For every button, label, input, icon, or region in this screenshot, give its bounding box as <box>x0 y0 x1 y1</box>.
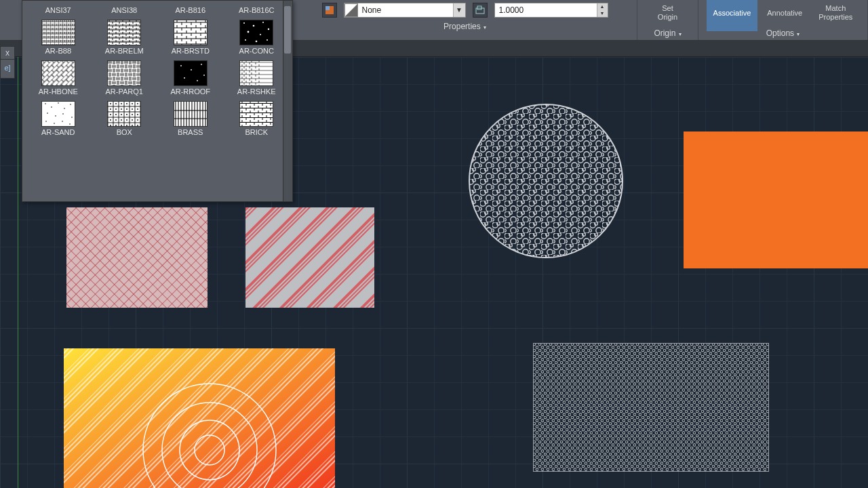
svg-point-103 <box>69 123 71 125</box>
pattern-swatch <box>239 20 273 45</box>
svg-point-78 <box>197 80 198 81</box>
svg-point-53 <box>248 31 250 33</box>
svg-point-56 <box>245 39 246 41</box>
svg-point-95 <box>70 104 71 105</box>
chevron-down-icon: ▾ <box>677 31 681 37</box>
pattern-swatch <box>41 101 75 127</box>
hatch-fill-dropdown[interactable]: None ▼ <box>344 3 466 18</box>
svg-rect-12 <box>245 207 374 308</box>
hatch-scale-input[interactable]: 1.0000 ▲▼ <box>494 3 608 18</box>
pattern-item[interactable]: BRASS <box>159 100 222 138</box>
svg-point-55 <box>268 28 269 30</box>
svg-point-27 <box>469 104 623 258</box>
svg-point-91 <box>45 103 46 104</box>
fill-none-chip-icon <box>344 3 358 17</box>
scrollbar[interactable] <box>283 1 292 201</box>
svg-point-100 <box>45 121 47 122</box>
pattern-swatch <box>107 60 141 86</box>
match-properties-button[interactable]: MatchProperties <box>812 0 859 31</box>
svg-rect-17 <box>64 348 335 488</box>
origin-panel-label[interactable]: Origin ▾ <box>654 28 681 38</box>
chevron-down-icon: ▾ <box>482 24 486 30</box>
pattern-item[interactable]: AR-SAND <box>26 100 90 138</box>
pattern-item[interactable]: AR-BRSTD <box>159 18 222 56</box>
spinner[interactable]: ▲▼ <box>597 3 608 17</box>
pattern-item[interactable]: BRICK <box>225 100 289 138</box>
pattern-item[interactable]: AR-B816C <box>225 3 289 16</box>
associative-button[interactable]: Associative <box>707 0 758 31</box>
hatch-pattern-picker[interactable]: ANSI37 ANSI38 AR-B816 AR-B816C AR-B88 AR… <box>22 0 293 202</box>
pattern-swatch <box>41 20 75 45</box>
close-icon[interactable]: x <box>1 47 14 60</box>
svg-point-97 <box>55 115 56 117</box>
svg-point-99 <box>71 117 73 118</box>
svg-rect-110 <box>174 101 207 127</box>
scale-icon[interactable] <box>473 3 488 18</box>
annotative-button[interactable]: Annotative <box>760 0 809 31</box>
svg-point-52 <box>262 22 264 23</box>
properties-panel-label[interactable]: Properties ▾ <box>443 22 486 31</box>
svg-point-54 <box>260 34 261 35</box>
svg-point-101 <box>54 123 55 124</box>
svg-point-50 <box>243 22 245 24</box>
svg-point-77 <box>184 77 185 79</box>
hatch-circle-honeycomb[interactable] <box>468 103 624 259</box>
pattern-item[interactable]: AR-RROOF <box>159 59 222 97</box>
pattern-item[interactable]: AR-CONC <box>225 18 289 56</box>
chevron-down-icon: ▾ <box>795 31 800 37</box>
pattern-item[interactable]: ANSI37 <box>26 3 90 16</box>
pattern-swatch <box>174 101 208 127</box>
svg-point-92 <box>51 106 52 108</box>
pattern-item[interactable]: ANSI38 <box>93 3 157 16</box>
pattern-swatch <box>107 20 141 45</box>
svg-rect-107 <box>108 101 140 127</box>
hatch-rect-crosshatch[interactable] <box>66 207 208 308</box>
svg-point-79 <box>203 75 205 76</box>
svg-rect-90 <box>42 101 75 127</box>
svg-point-98 <box>62 113 64 115</box>
y-axis <box>18 57 18 488</box>
drawing-tab[interactable]: x e] <box>0 46 15 79</box>
svg-point-74 <box>180 65 182 66</box>
svg-rect-62 <box>42 60 75 86</box>
pattern-swatch <box>174 20 208 45</box>
hatch-rect-orange[interactable] <box>684 131 868 268</box>
chevron-down-icon[interactable]: ▼ <box>453 3 465 17</box>
hatch-rect-gradient[interactable] <box>64 348 335 488</box>
pattern-swatch <box>239 101 273 127</box>
pattern-swatch <box>174 60 208 86</box>
svg-point-57 <box>256 41 258 43</box>
pattern-item[interactable]: AR-PARQ1 <box>93 59 157 97</box>
background-color-icon[interactable] <box>322 3 337 18</box>
options-panel-label[interactable]: Options ▾ <box>766 28 800 38</box>
tab-label: e] <box>1 60 14 76</box>
svg-rect-117 <box>240 101 273 127</box>
app-root: { "ribbon": { "fill_value": "None", "sca… <box>0 0 868 488</box>
pattern-item[interactable]: AR-RSHKE <box>225 59 289 97</box>
scale-value: 1.0000 <box>495 5 597 15</box>
svg-point-102 <box>62 121 63 122</box>
pattern-swatch <box>239 60 273 86</box>
hatch-rect-hexdots[interactable] <box>533 343 769 472</box>
svg-rect-43 <box>108 20 140 45</box>
pattern-item[interactable]: AR-B88 <box>26 18 90 56</box>
svg-rect-89 <box>240 60 273 86</box>
scroll-thumb[interactable] <box>284 6 291 54</box>
pattern-item[interactable]: AR-B816 <box>159 3 222 16</box>
svg-point-51 <box>253 25 255 27</box>
set-origin-button[interactable]: Set Origin <box>651 1 684 24</box>
fill-value: None <box>358 5 453 15</box>
svg-rect-72 <box>108 60 140 86</box>
svg-point-94 <box>64 108 65 109</box>
svg-point-96 <box>47 113 48 114</box>
pattern-item[interactable]: AR-BRELM <box>93 18 157 56</box>
svg-point-75 <box>191 69 192 70</box>
svg-rect-7 <box>66 207 208 308</box>
pattern-swatch <box>107 101 141 127</box>
svg-rect-31 <box>533 343 769 472</box>
pattern-item[interactable]: BOX <box>93 100 157 138</box>
svg-point-76 <box>201 64 202 65</box>
hatch-rect-diagonal[interactable] <box>245 207 374 308</box>
svg-rect-37 <box>42 20 75 45</box>
pattern-item[interactable]: AR-HBONE <box>26 59 90 97</box>
